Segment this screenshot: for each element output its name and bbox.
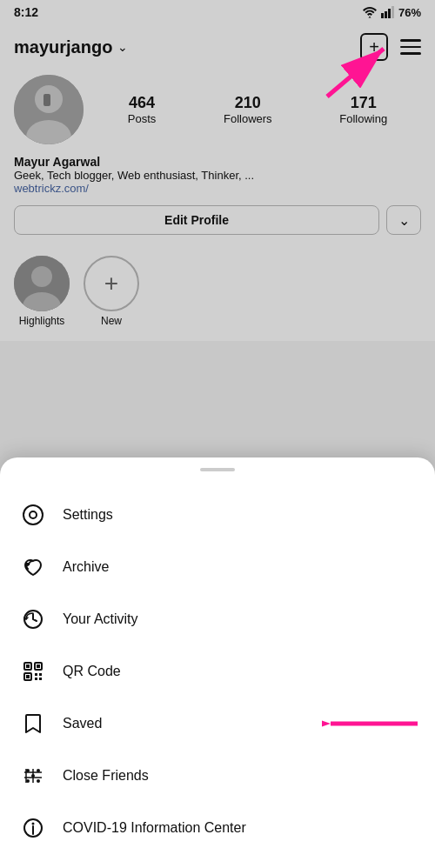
highlight-item: Highlights <box>14 256 70 327</box>
battery-text: 76% <box>398 6 421 19</box>
username: mayurjango <box>14 37 112 57</box>
stat-following[interactable]: 171 Following <box>339 94 387 125</box>
svg-point-32 <box>37 779 40 783</box>
followers-label: Followers <box>224 112 272 125</box>
svg-rect-23 <box>39 673 42 676</box>
settings-icon <box>21 503 45 527</box>
svg-point-14 <box>30 511 37 518</box>
followers-count: 210 <box>235 94 261 112</box>
svg-rect-0 <box>381 13 384 18</box>
archive-label: Archive <box>63 559 109 575</box>
svg-point-38 <box>32 823 35 825</box>
new-highlight-label: New <box>101 315 122 327</box>
close-friends-label: Close Friends <box>63 768 149 784</box>
saved-icon <box>21 711 45 736</box>
sheet-handle <box>200 468 235 471</box>
qr-icon <box>21 659 45 684</box>
new-highlight-button[interactable]: + <box>84 256 139 311</box>
svg-rect-24 <box>35 678 37 680</box>
svg-rect-17 <box>26 664 30 668</box>
close-friends-icon <box>21 764 45 788</box>
bio-description: Geek, Tech blogger, Web enthusiast, Thin… <box>14 169 421 182</box>
menu-item-covid[interactable]: COVID-19 Information Center <box>0 802 435 854</box>
svg-point-9 <box>31 266 52 287</box>
menu-item-your-activity[interactable]: Your Activity <box>0 593 435 645</box>
svg-rect-3 <box>392 6 394 18</box>
status-icons: 76% <box>362 6 421 19</box>
stats: 464 Posts 210 Followers 171 Following <box>94 94 421 125</box>
profile-options-button[interactable]: ⌄ <box>386 205 421 235</box>
posts-label: Posts <box>128 112 157 125</box>
qr-code-label: QR Code <box>63 664 121 679</box>
svg-rect-21 <box>26 675 30 678</box>
add-post-button[interactable]: + <box>360 33 388 61</box>
profile-header: mayurjango ⌄ + <box>14 33 421 61</box>
covid-label: COVID-19 Information Center <box>63 820 246 836</box>
edit-profile-button[interactable]: Edit Profile <box>14 205 379 235</box>
menu-item-close-friends[interactable]: Close Friends <box>0 750 435 802</box>
stat-posts: 464 Posts <box>128 94 157 125</box>
menu-item-qr-code[interactable]: QR Code <box>0 645 435 698</box>
following-label: Following <box>339 112 387 125</box>
svg-rect-19 <box>37 664 40 668</box>
highlight-avatar[interactable] <box>14 256 70 311</box>
activity-icon <box>21 607 45 631</box>
saved-arrow-annotation <box>322 711 426 737</box>
following-count: 171 <box>351 94 377 112</box>
covid-icon <box>21 816 45 840</box>
menu-item-settings[interactable]: Settings <box>0 489 435 541</box>
svg-rect-22 <box>35 673 37 676</box>
bottom-sheet: Settings Archive Your Activity <box>0 457 435 868</box>
avatar <box>14 75 84 144</box>
menu-item-archive[interactable]: Archive <box>0 541 435 593</box>
your-activity-label: Your Activity <box>63 611 138 627</box>
settings-label: Settings <box>63 507 113 523</box>
svg-point-13 <box>23 505 43 524</box>
stat-followers[interactable]: 210 Followers <box>224 94 272 125</box>
profile-area: mayurjango ⌄ + <box>0 24 435 341</box>
svg-rect-7 <box>44 94 50 106</box>
archive-icon <box>21 555 45 579</box>
highlight-label: Highlights <box>19 315 65 327</box>
bio-section: Mayur Agarwal Geek, Tech blogger, Web en… <box>14 155 421 195</box>
username-chevron-icon[interactable]: ⌄ <box>117 40 128 54</box>
status-bar: 8:12 76% <box>0 0 435 24</box>
highlights-row: Highlights + New <box>14 249 421 341</box>
hamburger-menu-button[interactable] <box>400 39 421 55</box>
svg-rect-2 <box>388 9 391 18</box>
bio-name: Mayur Agarwal <box>14 155 421 169</box>
wifi-icon <box>362 6 378 18</box>
new-highlight-item: + New <box>84 256 139 327</box>
svg-rect-1 <box>385 11 387 18</box>
posts-count: 464 <box>129 94 155 112</box>
svg-rect-25 <box>39 678 42 680</box>
signal-icon <box>381 6 395 18</box>
stats-row: 464 Posts 210 Followers 171 Following <box>14 75 421 144</box>
bio-link[interactable]: webtrickz.com/ <box>14 182 421 195</box>
status-time: 8:12 <box>14 5 38 19</box>
saved-label: Saved <box>63 716 102 731</box>
header-icons: + <box>360 33 421 61</box>
username-row: mayurjango ⌄ <box>14 37 128 57</box>
menu-item-saved[interactable]: Saved <box>0 698 435 750</box>
edit-profile-row: Edit Profile ⌄ <box>14 205 421 235</box>
